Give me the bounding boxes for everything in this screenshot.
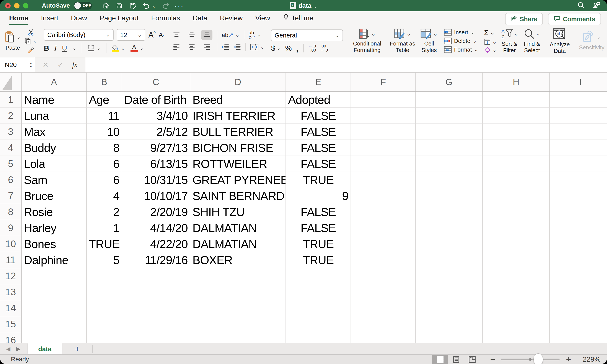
cell-C5[interactable]: 6/13/15 xyxy=(122,156,190,172)
cell-I4[interactable] xyxy=(550,140,607,156)
format-cells-button[interactable]: Format⌄ xyxy=(444,46,478,53)
tab-page-layout[interactable]: Page Layout xyxy=(100,14,139,22)
cell-E7[interactable]: 9 xyxy=(286,188,351,204)
undo-menu-chevron[interactable]: ⌄ xyxy=(152,3,156,9)
cell-I1[interactable] xyxy=(550,92,607,108)
cell-D6[interactable]: GREAT PYRENEES xyxy=(190,172,286,188)
increase-decimal-button[interactable]: ←.0.00 xyxy=(308,44,316,52)
font-color-button[interactable]: A ⌄ xyxy=(131,44,144,52)
zoom-level[interactable]: 229% xyxy=(579,355,600,363)
cell-F11[interactable] xyxy=(351,252,416,268)
cell-F2[interactable] xyxy=(351,108,416,124)
cell-I16[interactable] xyxy=(550,332,607,343)
cell-G4[interactable] xyxy=(416,140,483,156)
save-as-icon[interactable] xyxy=(129,2,137,10)
comments-button[interactable]: Comments xyxy=(548,13,601,25)
row-header-1[interactable]: 1 xyxy=(0,92,22,108)
cell-E9[interactable]: FALSE xyxy=(286,220,351,236)
increase-indent-button[interactable] xyxy=(233,44,241,50)
format-painter-button[interactable] xyxy=(24,46,37,53)
row-header-12[interactable]: 12 xyxy=(0,268,22,284)
cell-G8[interactable] xyxy=(416,204,483,220)
more-toolbar-icon[interactable]: ··· xyxy=(175,2,183,10)
home-icon[interactable] xyxy=(102,2,110,10)
cell-D7[interactable]: SAINT BERNARD xyxy=(190,188,286,204)
add-sheet-button[interactable]: + xyxy=(75,344,80,354)
cell-H7[interactable] xyxy=(483,188,550,204)
cell-F9[interactable] xyxy=(351,220,416,236)
cell-H3[interactable] xyxy=(483,124,550,140)
formula-input[interactable] xyxy=(85,57,607,72)
autosum-button[interactable]: Σ⌄ xyxy=(484,29,497,37)
delete-cells-button[interactable]: Delete⌄ xyxy=(444,38,478,44)
cell-G16[interactable] xyxy=(416,332,483,343)
cell-H15[interactable] xyxy=(483,316,550,332)
cell-B5[interactable]: 6 xyxy=(87,156,122,172)
column-header-C[interactable]: C xyxy=(122,73,190,91)
cell-E8[interactable]: FALSE xyxy=(286,204,351,220)
cell-F5[interactable] xyxy=(351,156,416,172)
zoom-out-button[interactable]: − xyxy=(490,354,495,364)
cell-F1[interactable] xyxy=(351,92,416,108)
cell-I8[interactable] xyxy=(550,204,607,220)
cell-C14[interactable] xyxy=(122,300,190,316)
cell-C10[interactable]: 4/22/20 xyxy=(122,236,190,252)
cell-H13[interactable] xyxy=(483,284,550,300)
cell-A1[interactable]: Name xyxy=(22,92,87,108)
cut-button[interactable] xyxy=(24,29,37,36)
cancel-icon[interactable]: ✕ xyxy=(42,60,49,69)
paste-button[interactable]: ⌄ Paste xyxy=(5,31,21,51)
autosave-toggle[interactable]: OFF xyxy=(74,2,92,10)
cell-F10[interactable] xyxy=(351,236,416,252)
cell-D14[interactable] xyxy=(190,300,286,316)
cell-F16[interactable] xyxy=(351,332,416,343)
cell-F3[interactable] xyxy=(351,124,416,140)
row-header-14[interactable]: 14 xyxy=(0,300,22,316)
cell-A5[interactable]: Lola xyxy=(22,156,87,172)
cell-A16[interactable] xyxy=(22,332,87,343)
cell-I12[interactable] xyxy=(550,268,607,284)
cell-D13[interactable] xyxy=(190,284,286,300)
cell-I11[interactable] xyxy=(550,252,607,268)
name-box[interactable]: N20 ▲▼ xyxy=(0,57,35,72)
column-header-D[interactable]: D xyxy=(190,73,286,91)
cell-A8[interactable]: Rosie xyxy=(22,204,87,220)
cell-C3[interactable]: 2/5/12 xyxy=(122,124,190,140)
cell-G1[interactable] xyxy=(416,92,483,108)
cell-E11[interactable]: TRUE xyxy=(286,252,351,268)
font-name-select[interactable]: Calibri (Body)⌄ xyxy=(44,29,114,41)
select-all-corner[interactable] xyxy=(0,73,22,91)
cell-B13[interactable] xyxy=(87,284,122,300)
redo-icon[interactable] xyxy=(162,2,170,10)
cell-D1[interactable]: Breed xyxy=(190,92,286,108)
cell-C4[interactable]: 9/27/13 xyxy=(122,140,190,156)
cell-D10[interactable]: DALMATIAN xyxy=(190,236,286,252)
cell-I6[interactable] xyxy=(550,172,607,188)
row-header-13[interactable]: 13 xyxy=(0,284,22,300)
cell-H9[interactable] xyxy=(483,220,550,236)
zoom-slider-thumb[interactable] xyxy=(533,353,543,364)
cell-G7[interactable] xyxy=(416,188,483,204)
font-size-select[interactable]: 12⌄ xyxy=(117,29,145,41)
cell-B10[interactable]: TRUE xyxy=(87,236,122,252)
cell-D12[interactable] xyxy=(190,268,286,284)
cell-F14[interactable] xyxy=(351,300,416,316)
wrap-text-button[interactable]: abc↩ ⌄ xyxy=(249,31,261,39)
underline-button[interactable]: U xyxy=(62,44,67,52)
cell-H8[interactable] xyxy=(483,204,550,220)
cell-E6[interactable]: TRUE xyxy=(286,172,351,188)
cell-F13[interactable] xyxy=(351,284,416,300)
cell-G2[interactable] xyxy=(416,108,483,124)
fill-button[interactable]: ⌄ xyxy=(484,39,497,45)
cell-B11[interactable]: 5 xyxy=(87,252,122,268)
cell-G3[interactable] xyxy=(416,124,483,140)
row-header-10[interactable]: 10 xyxy=(0,236,22,252)
cell-D11[interactable]: BOXER xyxy=(190,252,286,268)
feedback-person-icon[interactable] xyxy=(592,1,600,10)
cell-I14[interactable] xyxy=(550,300,607,316)
cell-B4[interactable]: 8 xyxy=(87,140,122,156)
cell-B12[interactable] xyxy=(87,268,122,284)
copy-button[interactable]: ⌄ xyxy=(24,37,37,45)
number-format-select[interactable]: General⌄ xyxy=(271,29,343,41)
cell-A9[interactable]: Harley xyxy=(22,220,87,236)
